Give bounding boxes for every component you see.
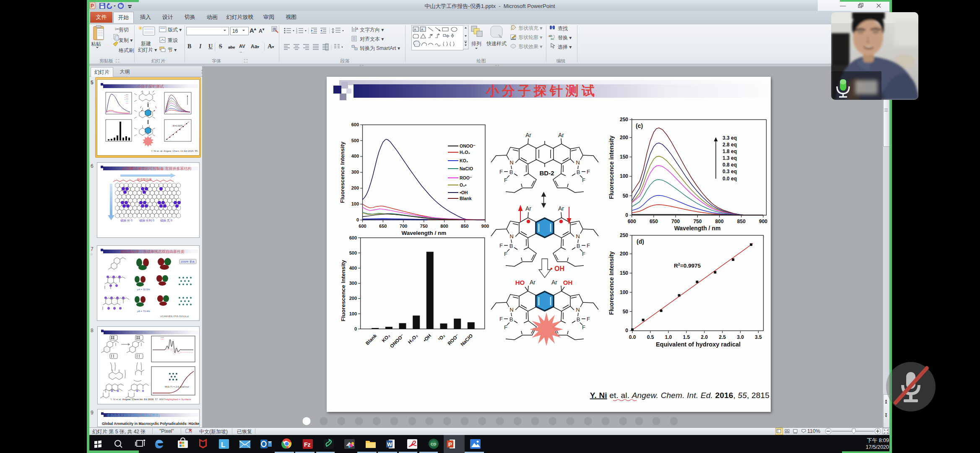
- svg-text:2000年 要点: 2000年 要点: [181, 260, 195, 263]
- svg-text:600: 600: [351, 122, 359, 127]
- svg-text:500: 500: [349, 250, 357, 255]
- svg-text:HO: HO: [515, 279, 525, 286]
- svg-text:Global Aromaticity in Macrocyc: Global Aromaticity in Macrocyclic Polyra…: [102, 422, 200, 426]
- svg-text:Wavelength / nm: Wavelength / nm: [401, 230, 446, 236]
- svg-text:2.8 eq: 2.8 eq: [723, 142, 737, 148]
- svg-text:Ar: Ar: [558, 205, 564, 212]
- svg-text:Fz: Fz: [304, 441, 311, 448]
- svg-text:2.5: 2.5: [719, 334, 726, 340]
- svg-text:3.3 eq: 3.3 eq: [723, 135, 737, 141]
- svg-text:Y. Ni et. al. Angew. Chem. Int: Y. Ni et. al. Angew. Chem. Int. Ed. 2016…: [590, 391, 769, 400]
- svg-text:750: 750: [693, 219, 702, 224]
- svg-text:Ar: Ar: [558, 132, 564, 138]
- svg-text:100: 100: [620, 289, 628, 295]
- svg-text:1.0: 1.0: [665, 334, 672, 340]
- svg-text:Ar: Ar: [551, 279, 557, 286]
- svg-text:200: 200: [351, 185, 359, 190]
- svg-text:650: 650: [650, 219, 658, 224]
- svg-text:0: 0: [354, 326, 357, 331]
- svg-text:ROO⁻: ROO⁻: [447, 333, 460, 346]
- svg-text:—: —: [124, 98, 126, 100]
- svg-text:0.0 eq: 0.0 eq: [723, 176, 737, 182]
- svg-text:250: 250: [620, 117, 628, 122]
- svg-text:Fluorescence Intensity: Fluorescence Intensity: [340, 260, 346, 321]
- svg-text:M(S-T) = 2.6 kcal/mol: M(S-T) = 2.6 kcal/mol: [165, 385, 189, 388]
- svg-text:0.5: 0.5: [647, 334, 654, 340]
- svg-text:—: —: [840, 2, 846, 9]
- svg-text:400: 400: [351, 154, 359, 159]
- svg-text:• OH: • OH: [550, 265, 564, 272]
- svg-text:3.5: 3.5: [755, 334, 762, 340]
- svg-text:μ6 = 73.4%: μ6 = 73.4%: [137, 310, 150, 312]
- svg-text:Fluorescence Intensity: Fluorescence Intensity: [339, 141, 346, 203]
- svg-text:100: 100: [620, 173, 628, 179]
- svg-text:3.0: 3.0: [737, 334, 744, 340]
- svg-text:μ4 = 32.5%: μ4 = 32.5%: [137, 288, 150, 291]
- svg-text:A: A: [414, 28, 416, 31]
- svg-text:NaClO: NaClO: [460, 333, 473, 347]
- svg-text:Ar: Ar: [530, 279, 535, 286]
- svg-text:150: 150: [620, 270, 628, 276]
- svg-text:0.0: 0.0: [629, 334, 636, 340]
- svg-text:1.5: 1.5: [683, 334, 690, 340]
- svg-text:•OH: •OH: [422, 333, 432, 343]
- svg-text:Blank: Blank: [460, 196, 472, 201]
- svg-text:700: 700: [400, 224, 407, 229]
- svg-text:小分子探针测试: 小分子探针测试: [137, 84, 164, 89]
- svg-text:BD-2: BD-2: [539, 169, 554, 177]
- svg-text:Equivalent of hydroxy radical: Equivalent of hydroxy radical: [656, 341, 741, 348]
- svg-text:300: 300: [351, 169, 359, 174]
- svg-text:150: 150: [620, 154, 628, 160]
- svg-text:Ar: Ar: [525, 132, 531, 138]
- svg-text:900: 900: [759, 219, 767, 224]
- svg-text:P: P: [448, 441, 452, 448]
- svg-text:自由基化学：形成单线态双自由基性质: 自由基化学：形成单线态双自由基性质: [120, 250, 185, 254]
- svg-text:1.8 eq: 1.8 eq: [723, 148, 737, 154]
- svg-text:650: 650: [379, 224, 387, 229]
- svg-text:200: 200: [620, 251, 628, 257]
- svg-text:Fluorescence Intensity: Fluorescence Intensity: [608, 251, 615, 315]
- svg-text:KO₂: KO₂: [460, 158, 468, 163]
- svg-text:UCAM-B3LYP/6-31G(d,p): UCAM-B3LYP/6-31G(d,p): [160, 315, 189, 318]
- svg-text:0.8 eq: 0.8 eq: [723, 162, 737, 168]
- svg-text:0: 0: [356, 217, 359, 222]
- svg-text:L: L: [221, 441, 225, 449]
- svg-text:600: 600: [628, 219, 636, 224]
- svg-text:碳插 分利᠗: 碳插 分利᠗: [139, 219, 155, 222]
- svg-text:R2=0.9975: R2=0.9975: [674, 262, 701, 269]
- svg-text:300: 300: [349, 281, 357, 286]
- svg-text:Y. Ni et. al. Angew. Chem. Int: Y. Ni et. al. Angew. Chem. Int Ed 2016, …: [151, 150, 200, 152]
- svg-text:750: 750: [420, 224, 428, 229]
- svg-text:600: 600: [349, 235, 357, 240]
- svg-text:200: 200: [620, 135, 628, 141]
- svg-text:Wavelength / nm: Wavelength / nm: [674, 225, 721, 232]
- svg-text:CD: CD: [431, 442, 436, 446]
- svg-text:碳插 分᠗: 碳插 分᠗: [120, 219, 133, 222]
- svg-text:A: A: [421, 28, 424, 31]
- svg-text:小分子探针测试: 小分子探针测试: [486, 83, 598, 98]
- svg-text:200: 200: [349, 296, 357, 301]
- svg-text:H₂O₂: H₂O₂: [407, 333, 419, 345]
- svg-text:0: 0: [625, 212, 628, 218]
- svg-text:A: A: [356, 27, 358, 31]
- svg-text:•OH: •OH: [460, 190, 468, 195]
- svg-text:NaClO: NaClO: [460, 166, 473, 171]
- svg-text:锯齿型边缘: 锯齿型边缘: [137, 178, 152, 181]
- svg-text:100: 100: [351, 201, 359, 206]
- svg-text:ROO⁻: ROO⁻: [460, 175, 472, 180]
- svg-text:KO₂: KO₂: [381, 333, 391, 343]
- svg-text:3: 3: [296, 31, 297, 34]
- svg-text:400: 400: [349, 266, 357, 271]
- svg-text:(c): (c): [636, 122, 643, 129]
- svg-text:(d): (d): [637, 238, 644, 245]
- svg-text:✳: ✳: [138, 25, 143, 31]
- svg-text:全自由基大环芳香性(4n规则适用否): 全自由基大环芳香性(4n规则适用否): [107, 414, 160, 417]
- svg-text:850: 850: [737, 219, 746, 224]
- svg-text:1.3 eq: 1.3 eq: [723, 155, 737, 161]
- svg-text:600: 600: [359, 224, 366, 229]
- svg-text:50: 50: [623, 193, 629, 199]
- svg-text:50: 50: [623, 309, 629, 315]
- svg-text:900: 900: [481, 224, 489, 229]
- svg-text:石墨烯纳米带的可控制备 玄排并多苯结构: 石墨烯纳米带的可控制备 玄排并多苯结构: [122, 167, 192, 171]
- svg-text:Y. Ni et al. Angew. Chem Int.: Y. Ni et al. Angew. Chem Int. Ed 2018, 5…: [110, 398, 191, 401]
